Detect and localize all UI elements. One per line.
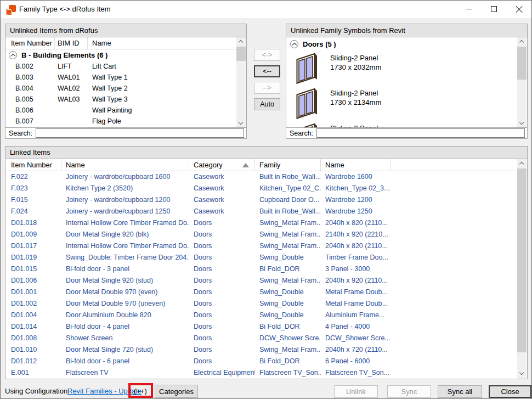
cell-family: Swing_Metal Fram... bbox=[255, 240, 321, 252]
search-row: Search: bbox=[5, 127, 246, 138]
table-row[interactable]: D01.015Bi-fold door - 3 panelDoorsBi Fol… bbox=[5, 263, 527, 275]
vertical-scrollbar[interactable] bbox=[236, 37, 246, 128]
cell-category: Doors bbox=[189, 321, 255, 333]
table-row[interactable]: D01.018Internal Hollow Core Timber Frame… bbox=[5, 217, 527, 229]
cell-item-number: B.004 bbox=[5, 83, 55, 94]
group-row-building-elements[interactable]: B - Building Elements (6 ) bbox=[5, 49, 246, 61]
table-row[interactable]: B.002LIFTLift Cart bbox=[5, 61, 246, 72]
table-row[interactable]: B.005WAL03Wall Type 3 bbox=[5, 94, 246, 105]
scrollbar-thumb[interactable] bbox=[517, 47, 527, 80]
column-header-item-number[interactable]: Item Number bbox=[5, 159, 61, 171]
table-row[interactable]: E.001Flatscreen TVElectrical EquipmentFl… bbox=[5, 367, 527, 379]
dialog-window: Family Type <-> dRofus Item Unlinked Ite… bbox=[0, 0, 532, 399]
cell-name: Door Metal Single 720 (stud) bbox=[61, 344, 189, 356]
table-row[interactable]: B.004WAL02Wall Type 2 bbox=[5, 83, 246, 94]
collapse-icon[interactable] bbox=[290, 40, 298, 48]
cell-empty bbox=[390, 310, 527, 321]
close-button[interactable]: Close bbox=[489, 385, 531, 398]
column-header-family[interactable]: Family bbox=[255, 159, 321, 171]
cell-bim-id bbox=[55, 116, 88, 127]
auto-link-button[interactable]: Auto bbox=[254, 98, 280, 110]
table-row[interactable]: D01.009Door Metal Single 920 (blk)DoorsS… bbox=[5, 229, 527, 240]
cell-empty bbox=[390, 194, 527, 206]
column-header-name[interactable]: Name bbox=[61, 159, 189, 171]
cell-name: Bi-fold door - 3 panel bbox=[61, 263, 189, 275]
search-label: Search: bbox=[9, 130, 32, 137]
cell-name: Wall Painting bbox=[88, 105, 246, 116]
cell-family: DCW_Shower Scre... bbox=[255, 333, 321, 344]
link-both-button: <-> bbox=[254, 49, 280, 61]
cell-bim-id: WAL03 bbox=[55, 94, 88, 105]
table-row[interactable]: D01.006Door Metal Single 920 (stud)Doors… bbox=[5, 275, 527, 286]
scrollbar-thumb[interactable] bbox=[517, 168, 527, 352]
list-item[interactable]: Sliding-2 Panel bbox=[286, 121, 517, 127]
cell-empty bbox=[390, 240, 527, 252]
cell-name: Wall Type 2 bbox=[88, 83, 246, 94]
table-row[interactable]: F.024Joinery - wardrobe/cupboard 1250Cas… bbox=[5, 206, 527, 217]
table-row[interactable]: B.003WAL01Wall Type 1 bbox=[5, 72, 246, 83]
link-left-button[interactable]: <-- bbox=[254, 65, 280, 77]
table-row[interactable]: B.007Flag Pole bbox=[5, 116, 246, 127]
symbol-size: 1730 x 2032mm bbox=[330, 63, 381, 72]
table-row[interactable]: F.022Joinery - wardrobe/cupboard 1600Cas… bbox=[5, 171, 527, 183]
table-row[interactable]: B.006Wall Painting bbox=[5, 105, 246, 116]
search-input[interactable] bbox=[36, 128, 244, 138]
scroll-up-icon[interactable] bbox=[236, 37, 246, 47]
cell-family: Flatscreen TV_Son... bbox=[255, 367, 321, 379]
group-row-doors[interactable]: Doors (5 ) bbox=[286, 37, 517, 50]
cell-empty bbox=[390, 367, 527, 379]
vertical-scrollbar[interactable] bbox=[517, 159, 527, 379]
cell-empty bbox=[390, 217, 527, 229]
column-header-category[interactable]: Category bbox=[189, 159, 255, 171]
cell-category: Doors bbox=[189, 356, 255, 367]
table-row[interactable]: D01.001Door Metal Double 970 (even)Doors… bbox=[5, 286, 527, 298]
table-row[interactable]: D01.008Shower ScreenDoorsDCW_Shower Scre… bbox=[5, 333, 527, 344]
column-headers: Item Number BIM ID Name bbox=[5, 37, 236, 49]
minimize-button[interactable] bbox=[456, 1, 481, 18]
linked-item-list: F.022Joinery - wardrobe/cupboard 1600Cas… bbox=[5, 171, 527, 379]
cell-empty bbox=[390, 321, 527, 333]
search-label: Search: bbox=[290, 130, 313, 137]
cell-category: Doors bbox=[189, 229, 255, 240]
column-header-bim-id[interactable]: BIM ID bbox=[55, 37, 88, 49]
cell-name: Joinery - wardrobe/cupboard 1600 bbox=[61, 171, 189, 183]
column-header-name-2[interactable]: Name bbox=[321, 159, 390, 171]
cell-empty bbox=[390, 252, 527, 263]
cell-name-2: 3 Panel - 3000 bbox=[321, 263, 390, 275]
cell-category: Doors bbox=[189, 298, 255, 310]
search-input[interactable] bbox=[316, 128, 525, 138]
cell-name-2: Wardrobe 1250 bbox=[321, 206, 390, 217]
table-row[interactable]: D01.004Door Aluminium Double 820DoorsSwi… bbox=[5, 310, 527, 321]
table-row[interactable]: D01.010Door Metal Single 720 (stud)Doors… bbox=[5, 344, 527, 356]
close-window-button[interactable] bbox=[506, 1, 531, 18]
categories-button[interactable]: Categories bbox=[155, 385, 198, 398]
cell-name-2: 4 Panel - 4000 bbox=[321, 321, 390, 333]
cell-family: Bi Fold_DOR bbox=[255, 356, 321, 367]
close-icon bbox=[516, 5, 523, 13]
table-row[interactable]: F.015Joinery - wardrobe/cupboard 1200Cas… bbox=[5, 194, 527, 206]
table-row[interactable]: D01.012Bi-fold door - 6 panelDoorsBi Fol… bbox=[5, 356, 527, 367]
scroll-down-icon[interactable] bbox=[517, 369, 527, 379]
collapse-icon[interactable] bbox=[9, 51, 17, 59]
maximize-button[interactable] bbox=[481, 1, 506, 18]
symbol-name: Sliding-2 Panel bbox=[330, 53, 381, 63]
table-row[interactable]: F.023Kitchen Type 2 (3520)CaseworkKitche… bbox=[5, 183, 527, 194]
cell-name-2: 2040h x 920 (2110... bbox=[321, 275, 390, 286]
table-row[interactable]: D01.002Door Metal Double 970 (uneven)Doo… bbox=[5, 298, 527, 310]
unlinked-drofus-panel: Unlinked Items from dRofus Item Number B… bbox=[5, 24, 247, 139]
column-header-name[interactable]: Name bbox=[88, 37, 236, 49]
sync-all-button[interactable]: Sync all bbox=[438, 385, 482, 398]
list-item[interactable]: Sliding-2 Panel1730 x 2134mm bbox=[286, 86, 517, 121]
list-item[interactable]: Sliding-2 Panel1730 x 2032mm bbox=[286, 50, 517, 86]
cell-name: Wall Type 1 bbox=[88, 72, 246, 83]
table-row[interactable]: D01.014Bi-fold door - 4 panelDoorsBi Fol… bbox=[5, 321, 527, 333]
vertical-scrollbar[interactable] bbox=[517, 37, 527, 128]
cell-item-number: D01.008 bbox=[5, 333, 61, 344]
table-row[interactable]: D01.017Internal Hollow Core Timber Frame… bbox=[5, 240, 527, 252]
scroll-up-icon[interactable] bbox=[517, 159, 527, 168]
scrollbar-thumb[interactable] bbox=[236, 47, 246, 61]
scroll-up-icon[interactable] bbox=[517, 37, 527, 47]
column-header-item-number[interactable]: Item Number bbox=[5, 37, 55, 49]
table-row[interactable]: D01.019Swing_Double: Timber Frame Door 2… bbox=[5, 252, 527, 263]
cell-item-number: D01.009 bbox=[5, 229, 61, 240]
